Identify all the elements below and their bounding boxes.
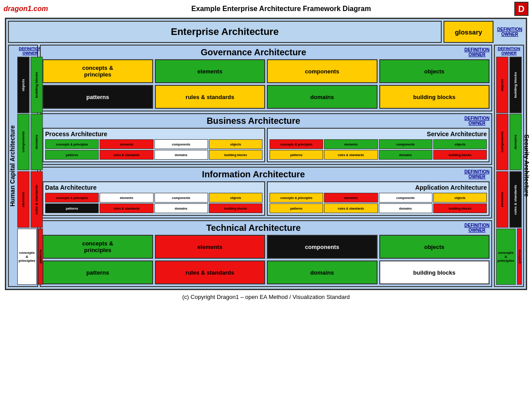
tech-cell-1: elements — [155, 235, 266, 259]
hca-label: Human Capital Architecture — [9, 46, 16, 286]
governance-arch: Governance Architecture DEFINITION OWNER… — [40, 45, 492, 111]
data-grid: concepts & principles elements component… — [45, 193, 262, 213]
sa-grid-2: components domains — [496, 114, 522, 170]
sa-concepts: concepts & principles — [496, 229, 516, 285]
tech-cell-4: patterns — [42, 260, 153, 284]
gov-cell-1: elements — [155, 59, 266, 83]
proc-cell-4: patterns — [45, 150, 99, 160]
proc-cell-3: objects — [209, 139, 262, 149]
svc-cell-1: elements — [324, 139, 378, 149]
sa-rules: rules & standards — [509, 172, 521, 228]
gov-cell-3: objects — [379, 59, 490, 83]
hca-grid-1: objects building blocks — [17, 57, 43, 113]
data-cell-6: domains — [154, 203, 208, 213]
hca-grid-3: elements rules & standards — [17, 172, 43, 228]
process-grid: concepts & principles elements component… — [45, 139, 262, 160]
app-cell-4: patterns — [270, 203, 323, 213]
service-title: Service Architecture — [270, 130, 487, 138]
sa-components: components — [496, 114, 508, 170]
sa-content: DEFINITION OWNER objects building blocks… — [495, 46, 523, 286]
security-sidebar: DEFINITION OWNER objects building blocks… — [494, 45, 524, 287]
hca-objects: objects — [17, 57, 29, 113]
hca-content: DEFINITION OWNER objects building blocks… — [16, 46, 44, 286]
human-capital-sidebar: Human Capital Architecture DEFINITION OW… — [8, 45, 38, 287]
data-title: Data Architecture — [45, 184, 262, 191]
gov-cell-6: domains — [267, 85, 378, 109]
service-grid: concepts & principles elements component… — [270, 139, 487, 160]
proc-cell-1: elements — [100, 139, 153, 149]
hca-rules: rules & standards — [31, 172, 42, 228]
svc-cell-0: concepts & principles — [270, 139, 323, 149]
biz-title: Business Architecture — [42, 116, 464, 126]
data-arch: Data Architecture concepts & principles … — [42, 181, 265, 216]
dragon1-logo: dragon1.com — [4, 5, 48, 13]
service-arch: Service Architecture concepts & principl… — [267, 128, 490, 162]
data-cell-7: building blocks — [209, 203, 262, 213]
tech-cell-5: rules & standards — [155, 260, 266, 284]
process-arch: Process Architecture concepts & principl… — [42, 128, 265, 162]
proc-cell-0: concepts & principles — [45, 139, 99, 149]
gov-cell-4: patterns — [42, 85, 153, 109]
information-arch: Information Architecture DEFINITION OWNE… — [40, 167, 492, 218]
data-cell-2: components — [154, 193, 208, 203]
gov-grid: concepts &principles elements components… — [42, 59, 490, 109]
svc-cell-5: rules & standards — [324, 150, 378, 160]
hca-grid-2: components domains — [17, 114, 43, 170]
tech-grid: concepts &principles elements components… — [42, 235, 490, 284]
sa-objects: objects — [496, 57, 508, 113]
tech-cell-6: domains — [267, 260, 378, 284]
app-cell-5: rules & standards — [324, 203, 378, 213]
biz-sub-archs: Process Architecture concepts & principl… — [42, 128, 490, 162]
ea-row: Enterprise Architecture glossary DEFINIT… — [8, 21, 524, 43]
ea-title: Enterprise Architecture — [8, 21, 442, 43]
tech-cell-3: objects — [379, 235, 490, 259]
proc-cell-7: building blocks — [209, 150, 262, 160]
svc-cell-3: objects — [433, 139, 487, 149]
footer: (c) Copyright Dragon1 – open EA Method /… — [0, 294, 532, 300]
svc-cell-2: components — [379, 139, 432, 149]
diagram-container: Enterprise Architecture glossary DEFINIT… — [5, 18, 527, 290]
app-arch: Application Architecture concepts & prin… — [267, 181, 490, 216]
svc-cell-4: patterns — [270, 150, 323, 160]
app-cell-3: objects — [433, 193, 487, 203]
ea-def-owner: DEFINITION OWNER — [495, 21, 524, 43]
process-title: Process Architecture — [45, 130, 262, 138]
proc-cell-2: components — [154, 139, 208, 149]
tech-cell-2: components — [267, 235, 378, 259]
app-cell-2: components — [379, 193, 432, 203]
gov-cell-5: rules & standards — [155, 85, 266, 109]
hca-grid-4: concepts & principles patterns — [17, 229, 43, 285]
hca-domains: domains — [31, 114, 42, 170]
data-cell-1: elements — [100, 193, 153, 203]
sa-patterns: patterns — [517, 229, 522, 285]
app-cell-7: building blocks — [433, 203, 487, 213]
gov-title: Governance Architecture — [42, 47, 464, 57]
hca-components: components — [17, 114, 29, 170]
technical-arch: Technical Architecture DEFINITION OWNER … — [40, 220, 492, 287]
center-panel: Governance Architecture DEFINITION OWNER… — [40, 45, 492, 287]
tech-cell-7: building blocks — [379, 260, 490, 284]
sa-def-owner: DEFINITION OWNER — [496, 47, 522, 56]
sa-domains: domains — [509, 114, 521, 170]
data-cell-0: concepts & principles — [45, 193, 99, 203]
app-grid: concepts & principles elements component… — [270, 193, 487, 213]
gov-cell-2: components — [267, 59, 378, 83]
sa-grid-3: elements rules & standards — [496, 172, 522, 228]
biz-def-owner: DEFINITION OWNER — [464, 116, 490, 126]
hca-concepts: concepts & principles — [17, 229, 37, 285]
sa-grid-1: objects building blocks — [496, 57, 522, 113]
gov-cell-7: building blocks — [379, 85, 490, 109]
app-cell-0: concepts & principles — [270, 193, 323, 203]
sa-elements: elements — [496, 172, 508, 228]
hca-elements: elements — [17, 172, 29, 228]
proc-cell-6: domains — [154, 150, 208, 160]
data-cell-4: patterns — [45, 203, 99, 213]
info-title: Information Architecture — [42, 169, 464, 180]
info-sub-archs: Data Architecture concepts & principles … — [42, 181, 490, 216]
page-title: Example Enterprise Architecture Framewor… — [48, 5, 514, 13]
info-def-owner: DEFINITION OWNER — [464, 169, 490, 179]
tech-title: Technical Architecture — [42, 223, 464, 233]
hca-def-owner: DEFINITION OWNER — [17, 47, 43, 56]
hca-patterns: patterns — [38, 229, 43, 285]
gov-cell-0: concepts &principles — [42, 59, 153, 83]
